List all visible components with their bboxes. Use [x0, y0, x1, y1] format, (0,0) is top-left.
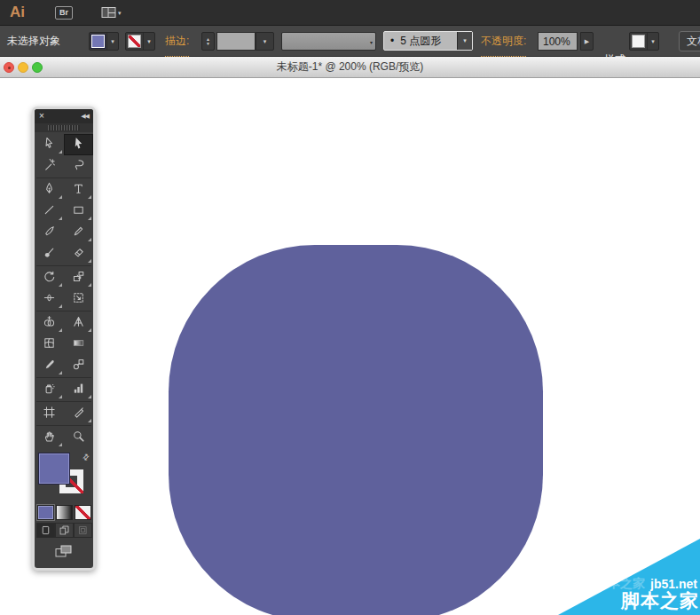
slice-tool-icon [72, 406, 85, 422]
spinner-down-icon[interactable]: ▼ [206, 42, 210, 46]
stroke-weight-dropdown-button[interactable]: ▾ [256, 32, 274, 51]
tool-grid [35, 132, 93, 448]
stroke-panel-link[interactable]: 描边: [165, 27, 189, 57]
drawing-mode-buttons [35, 523, 93, 540]
column-graph-tool-icon [72, 382, 85, 398]
blob-brush-tool[interactable] [35, 243, 64, 264]
paintbrush-tool-icon [43, 225, 56, 241]
tools-panel[interactable]: × ◀◀ ⇄ [32, 106, 96, 571]
artboard-tool[interactable] [35, 403, 64, 424]
stroke-weight-stepper[interactable]: ▲ ▼ [201, 32, 215, 51]
color-button[interactable] [37, 505, 54, 520]
direct-selection-tool[interactable] [35, 134, 64, 155]
document-setup-button[interactable]: 文档设置 [679, 31, 700, 51]
brush-definition-dropdown[interactable]: • 5 点圆形 ▾ [383, 31, 473, 51]
window-title-bar[interactable]: 未标题-1* @ 200% (RGB/预览) [0, 57, 700, 78]
chevron-down-icon: ▾ [118, 10, 122, 16]
opacity-expand-button[interactable]: ▶ [580, 32, 594, 51]
swap-fill-stroke-icon[interactable]: ⇄ [81, 452, 91, 462]
fill-swatch[interactable] [39, 453, 69, 484]
type-tool-icon [72, 182, 85, 199]
hand-tool[interactable] [35, 427, 64, 448]
draw-normal-button[interactable] [36, 523, 55, 538]
control-bar: 未选择对象 ▾ ▾ 描边: ▲ ▼ ▾ ▾ • 5 点圆形 ▾ 不透明度: 10… [0, 26, 700, 57]
slice-tool[interactable] [64, 403, 93, 424]
chevron-down-icon: ▾ [370, 39, 373, 45]
fill-color-dropdown[interactable]: ▾ [89, 32, 119, 51]
line-segment-tool-icon [43, 203, 56, 220]
column-graph-tool[interactable] [64, 379, 93, 400]
pen-tool[interactable] [35, 179, 64, 201]
magic-wand-tool-icon [43, 158, 56, 175]
lasso-tool-icon [72, 158, 85, 175]
zoom-window-button[interactable] [32, 62, 43, 73]
pencil-tool-icon [72, 225, 85, 241]
pencil-tool[interactable] [64, 222, 93, 243]
panel-drag-grip[interactable] [35, 123, 93, 132]
close-panel-icon[interactable]: × [39, 112, 44, 121]
eraser-tool-icon [72, 246, 85, 263]
type-tool[interactable] [64, 179, 93, 201]
minimize-window-button[interactable] [18, 62, 28, 73]
rectangle-tool-icon [72, 203, 85, 220]
rectangle-tool[interactable] [64, 201, 93, 222]
artboard-tool-icon [43, 406, 56, 422]
color-type-buttons [35, 503, 93, 523]
eyedropper-tool-icon [43, 358, 56, 375]
blend-tool[interactable] [64, 355, 93, 376]
magic-wand-tool[interactable] [35, 155, 64, 177]
stroke-none-swatch [128, 35, 141, 48]
style-dropdown[interactable]: ▾ [629, 32, 659, 51]
rotate-tool-icon [43, 270, 56, 287]
perspective-grid-tool[interactable] [64, 312, 93, 334]
brush-name-label: 5 点圆形 [400, 34, 441, 49]
workspace-switcher-button[interactable]: ▾ [101, 6, 122, 19]
close-window-button[interactable] [4, 62, 14, 73]
draw-behind-button[interactable] [55, 523, 74, 538]
draw-inside-button[interactable] [74, 523, 92, 538]
chevron-down-icon: ▾ [106, 33, 118, 50]
perspective-grid-tool-icon [72, 315, 85, 332]
rounded-square-shape[interactable] [169, 245, 543, 615]
gradient-button[interactable] [56, 505, 73, 520]
paintbrush-tool[interactable] [35, 222, 64, 243]
chevron-down-icon: ▾ [647, 33, 658, 50]
line-segment-tool[interactable] [35, 201, 64, 222]
opacity-panel-link[interactable]: 不透明度: [481, 27, 526, 57]
chevron-down-icon: ▾ [457, 32, 472, 50]
gradient-tool[interactable] [64, 334, 93, 355]
width-profile-dropdown[interactable]: ▾ [281, 32, 376, 51]
change-screen-mode-button[interactable] [54, 544, 74, 562]
lasso-tool[interactable] [64, 155, 93, 177]
chevron-down-icon: ▾ [143, 33, 154, 50]
stroke-color-dropdown[interactable]: ▾ [125, 32, 155, 51]
free-transform-tool[interactable] [64, 288, 93, 310]
collapse-panel-icon[interactable]: ◀◀ [81, 113, 89, 120]
tools-panel-header[interactable]: × ◀◀ [35, 109, 93, 123]
none-button[interactable] [75, 505, 91, 520]
document-canvas[interactable] [0, 78, 700, 615]
bullet-icon: • [390, 35, 394, 47]
scale-tool[interactable] [64, 267, 93, 288]
symbol-sprayer-tool-icon [43, 382, 56, 398]
workspace-grid-icon [101, 6, 116, 19]
eyedropper-tool[interactable] [35, 355, 64, 376]
selection-tool[interactable] [64, 134, 93, 155]
selection-status-label: 未选择对象 [7, 26, 60, 57]
direct-selection-tool-icon [43, 137, 56, 154]
eraser-tool[interactable] [64, 243, 93, 264]
rotate-tool[interactable] [35, 267, 64, 288]
blob-brush-tool-icon [43, 246, 56, 263]
zoom-tool[interactable] [64, 427, 93, 448]
shape-builder-tool[interactable] [35, 312, 64, 334]
free-transform-tool-icon [72, 291, 85, 308]
bridge-button[interactable]: Br [55, 6, 73, 20]
fill-color-swatch [91, 35, 105, 48]
mesh-tool[interactable] [35, 334, 64, 355]
symbol-sprayer-tool[interactable] [35, 379, 64, 400]
watermark-site-name: 脚本之家 [621, 588, 699, 613]
gradient-tool-icon [72, 336, 85, 353]
opacity-field[interactable]: 100% [538, 32, 578, 51]
width-tool[interactable] [35, 288, 64, 310]
stroke-weight-field[interactable] [216, 32, 256, 51]
